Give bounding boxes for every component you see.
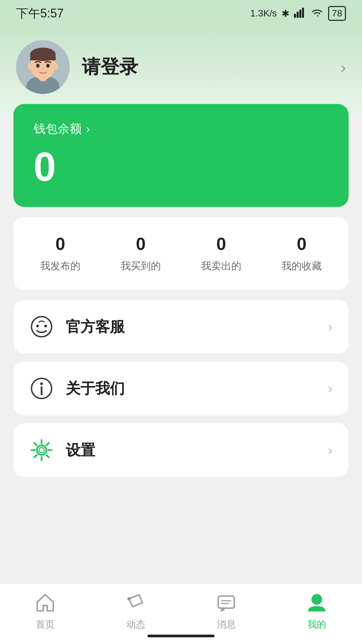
status-bar: 下午5:57 1.3K/s ✱ 78 (0, 0, 362, 27)
status-time: 下午5:57 (16, 5, 64, 22)
menu-item-customer-service[interactable]: 官方客服 › (13, 300, 349, 354)
stat-count: 0 (136, 234, 146, 254)
stat-item[interactable]: 0 我的收藏 (282, 234, 322, 273)
about-us-icon (29, 376, 54, 400)
wallet-label: 钱包余额 › (34, 121, 328, 137)
customer-service-icon (29, 315, 54, 339)
menu-text-customer-service: 官方客服 (66, 317, 316, 337)
home-icon (33, 591, 57, 615)
header-area: 请登录 › (0, 27, 362, 114)
stat-item[interactable]: 0 我买到的 (121, 234, 161, 273)
menu-section: 官方客服 › 关于我们 › 设置 › (13, 300, 349, 477)
svg-rect-0 (294, 14, 296, 18)
nav-item-mine[interactable]: 我的 (272, 591, 362, 631)
stat-item[interactable]: 0 我卖出的 (201, 234, 241, 273)
wallet-chevron-icon: › (86, 122, 90, 136)
svg-point-22 (127, 597, 131, 600)
svg-rect-1 (297, 12, 299, 18)
menu-chevron-settings: › (328, 443, 333, 458)
svg-point-15 (36, 325, 39, 327)
bluetooth-icon: ✱ (282, 8, 289, 19)
avatar (16, 40, 70, 94)
signal-icon (294, 7, 306, 20)
mine-icon (305, 591, 329, 615)
svg-point-16 (44, 325, 47, 327)
nav-label-mine: 我的 (307, 618, 326, 631)
feed-icon (124, 591, 148, 615)
stat-label: 我发布的 (40, 259, 80, 273)
menu-text-settings: 设置 (66, 440, 316, 460)
svg-rect-9 (30, 54, 56, 60)
nav-label-home: 首页 (36, 618, 55, 631)
menu-chevron-about-us: › (328, 381, 333, 396)
stat-label: 我买到的 (121, 259, 161, 273)
svg-point-11 (46, 64, 50, 68)
svg-point-13 (53, 63, 58, 70)
nav-indicator (147, 635, 215, 637)
menu-item-settings[interactable]: 设置 › (13, 423, 349, 477)
stat-item[interactable]: 0 我发布的 (40, 234, 80, 273)
wallet-amount: 0 (34, 147, 328, 187)
svg-point-21 (39, 447, 44, 453)
svg-point-18 (40, 382, 43, 385)
wallet-card[interactable]: 钱包余额 › 0 (13, 104, 349, 207)
status-icons: 1.3K/s ✱ 78 (250, 6, 346, 21)
svg-rect-23 (218, 596, 234, 608)
message-icon (214, 591, 238, 615)
svg-point-14 (32, 317, 52, 337)
login-prompt: 请登录 (82, 54, 328, 80)
svg-point-10 (36, 64, 40, 68)
nav-item-home[interactable]: 首页 (0, 591, 90, 631)
profile-row[interactable]: 请登录 › (16, 40, 346, 94)
nav-item-message[interactable]: 消息 (181, 591, 272, 631)
nav-label-feed: 动态 (126, 618, 145, 631)
svg-point-26 (311, 594, 322, 605)
stat-count: 0 (56, 234, 65, 254)
svg-rect-3 (302, 8, 304, 18)
nav-label-message: 消息 (217, 618, 236, 631)
network-speed: 1.3K/s (250, 8, 277, 19)
wifi-icon (311, 7, 323, 20)
stat-count: 0 (297, 234, 307, 254)
nav-item-feed[interactable]: 动态 (90, 591, 181, 631)
menu-text-about-us: 关于我们 (66, 379, 316, 398)
battery-icon: 78 (328, 6, 346, 21)
stats-card: 0 我发布的 0 我买到的 0 我卖出的 0 我的收藏 (13, 217, 349, 290)
svg-rect-2 (299, 10, 301, 18)
profile-chevron-icon: › (341, 58, 346, 76)
stat-label: 我卖出的 (201, 259, 241, 273)
svg-point-20 (37, 445, 46, 455)
bottom-nav: 首页 动态 消息 我的 (0, 584, 362, 644)
svg-point-12 (28, 63, 33, 70)
stat-label: 我的收藏 (282, 259, 322, 273)
menu-item-about-us[interactable]: 关于我们 › (13, 362, 349, 415)
settings-icon (29, 438, 54, 462)
stat-count: 0 (217, 234, 226, 254)
menu-chevron-customer-service: › (328, 319, 333, 334)
